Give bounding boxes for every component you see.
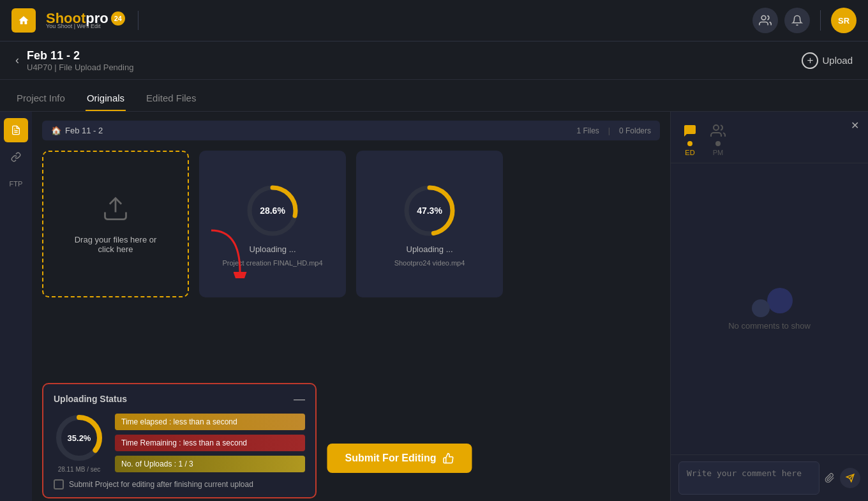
main-content: FTP 🏠 Feb 11 - 2 1 Files | 0 Folders bbox=[0, 112, 868, 501]
logo: Shootpro 24 You Shoot | We'll Edit bbox=[46, 11, 125, 30]
chat-tab-label: ED bbox=[685, 149, 694, 156]
sidebar-files-button[interactable] bbox=[4, 118, 28, 142]
panel-title: Uploading Status bbox=[54, 394, 127, 404]
notification-button[interactable] bbox=[784, 8, 810, 33]
header: Shootpro 24 You Shoot | We'll Edit SR bbox=[0, 0, 868, 41]
upload-status-1: Uploading ... bbox=[250, 244, 296, 254]
drop-zone-text: Drag your files here or click here bbox=[75, 235, 157, 254]
drop-zone[interactable]: Drag your files here or click here bbox=[42, 151, 189, 297]
right-panel-close-button[interactable]: ✕ bbox=[851, 119, 859, 131]
stat-time-elapsed: Time elapsed : less than a second bbox=[115, 414, 305, 430]
panel-checkbox[interactable] bbox=[54, 479, 64, 490]
comment-input[interactable] bbox=[678, 461, 819, 495]
group-icon bbox=[710, 123, 726, 138]
panel-tab-group[interactable]: PM bbox=[710, 123, 726, 156]
tabs-bar: Project Info Originals Edited Files bbox=[0, 80, 868, 112]
files-count: 1 Files bbox=[577, 126, 599, 135]
panel-header: Uploading Status — bbox=[54, 393, 305, 405]
send-button[interactable] bbox=[840, 468, 860, 488]
thumbs-up-icon bbox=[443, 452, 454, 464]
path-label: Feb 11 - 2 bbox=[65, 126, 103, 135]
panel-messages: No comments to show bbox=[671, 163, 868, 454]
send-icon bbox=[846, 474, 855, 482]
panel-donut-container: 35.2% 28.11 MB / sec bbox=[54, 412, 105, 473]
left-sidebar: FTP bbox=[0, 112, 32, 501]
red-arrow bbox=[205, 227, 250, 280]
panel-donut-speed: 28.11 MB / sec bbox=[58, 466, 101, 473]
stat-time-remaining: Time Remaining : less than a second bbox=[115, 435, 305, 451]
stat-num-uploads: No. of Uploads : 1 / 3 bbox=[115, 456, 305, 472]
drop-zone-icon bbox=[101, 195, 130, 228]
logo-sub: You Shoot | We'll Edit bbox=[46, 24, 125, 30]
upload-button[interactable]: + Upload bbox=[802, 52, 853, 69]
header-divider bbox=[820, 10, 821, 31]
file-area: 🏠 Feb 11 - 2 1 Files | 0 Folders bbox=[32, 112, 670, 501]
paperclip-icon[interactable] bbox=[825, 473, 835, 483]
group-tab-label: PM bbox=[713, 149, 724, 156]
header-icons: SR bbox=[752, 8, 857, 33]
sidebar-ftp-button[interactable]: FTP bbox=[4, 172, 28, 196]
breadcrumb: Feb 11 - 2 U4P70 | File Upload Pending bbox=[27, 49, 133, 72]
progress-label-1: 28.6% bbox=[260, 206, 285, 216]
path-bar: 🏠 Feb 11 - 2 1 Files | 0 Folders bbox=[42, 121, 660, 140]
path-home-icon: 🏠 bbox=[51, 126, 61, 135]
svg-point-11 bbox=[714, 125, 719, 130]
upload-card-2: 47.3% Uploading ... Shootpro24 video.mp4 bbox=[356, 151, 503, 297]
tab-project-info[interactable]: Project Info bbox=[15, 86, 66, 111]
group-tab-dot bbox=[715, 141, 721, 146]
svg-point-0 bbox=[761, 16, 766, 20]
right-panel: ✕ ED PM bbox=[670, 112, 868, 501]
minimize-button[interactable]: — bbox=[294, 393, 305, 405]
panel-checkbox-label: Submit Project for editing after finishi… bbox=[69, 480, 253, 489]
logo-area: Shootpro 24 You Shoot | We'll Edit bbox=[46, 11, 138, 30]
submit-for-editing-button[interactable]: Submit For Editing bbox=[327, 444, 472, 473]
sidebar-link-button[interactable] bbox=[4, 145, 28, 169]
upload-filename-2: Shootpro24 video.mp4 bbox=[394, 259, 465, 267]
breadcrumb-title: Feb 11 - 2 bbox=[27, 49, 133, 63]
panel-donut-label: 35.2% bbox=[68, 433, 91, 443]
panel-checkbox-row: Submit Project for editing after finishi… bbox=[54, 479, 305, 490]
file-grid: Drag your files here or click here 28.6%… bbox=[42, 151, 660, 297]
upload-status-2: Uploading ... bbox=[407, 244, 453, 254]
tab-edited-files[interactable]: Edited Files bbox=[145, 86, 197, 111]
tab-originals[interactable]: Originals bbox=[86, 86, 126, 111]
no-comments-icon bbox=[747, 288, 793, 313]
folders-count: 0 Folders bbox=[619, 126, 651, 135]
panel-stats: Time elapsed : less than a second Time R… bbox=[115, 414, 305, 472]
panel-donut: 35.2% bbox=[54, 412, 105, 463]
chat-tab-dot bbox=[687, 141, 692, 146]
file-area-inner: Drag your files here or click here 28.6%… bbox=[42, 151, 660, 492]
breadcrumb-subtitle: U4P70 | File Upload Pending bbox=[27, 63, 133, 72]
no-comments-text: No comments to show bbox=[728, 321, 811, 331]
back-button[interactable]: ‹ bbox=[15, 54, 19, 67]
panel-tab-chat[interactable]: ED bbox=[682, 123, 698, 156]
chat-icon bbox=[682, 123, 698, 138]
breadcrumb-bar: ‹ Feb 11 - 2 U4P70 | File Upload Pending… bbox=[0, 41, 868, 80]
panel-body: 35.2% 28.11 MB / sec Time elapsed : less… bbox=[54, 412, 305, 473]
submit-btn-label: Submit For Editing bbox=[345, 452, 436, 464]
comment-input-area bbox=[671, 454, 868, 501]
circular-progress-2: 47.3% bbox=[401, 182, 458, 239]
user-avatar-button[interactable]: SR bbox=[831, 8, 857, 33]
circular-progress-1: 28.6% bbox=[244, 182, 301, 239]
upload-plus-icon: + bbox=[802, 52, 818, 69]
progress-label-2: 47.3% bbox=[417, 206, 442, 216]
right-panel-header: ED PM bbox=[671, 112, 868, 163]
upload-status-panel: Uploading Status — 35.2% 28.11 MB / sec bbox=[42, 383, 317, 498]
home-button[interactable] bbox=[11, 8, 36, 33]
users-icon-button[interactable] bbox=[752, 8, 778, 33]
